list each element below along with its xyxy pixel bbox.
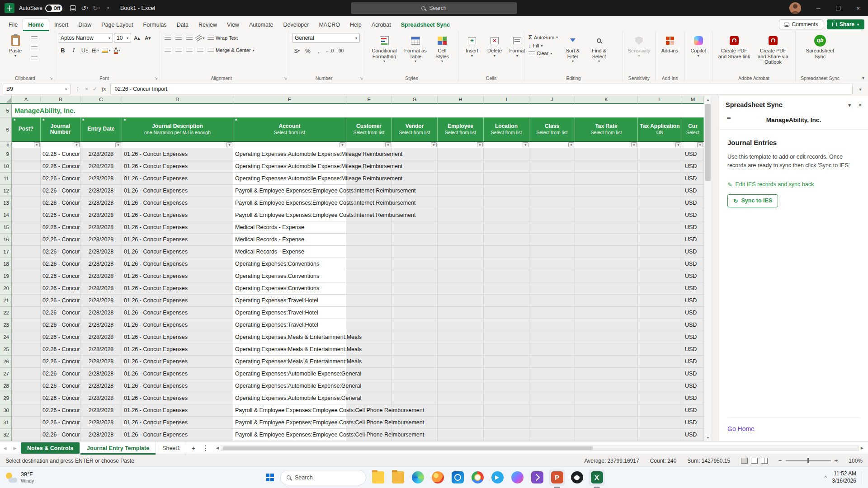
filter-dropdown-icon[interactable]: ▼ (477, 142, 483, 147)
cell-journal-number[interactable]: 02.26 - Concur Import (41, 307, 80, 319)
cell-empty[interactable] (638, 282, 682, 295)
cell-entry-date[interactable]: 2/28/2028 (80, 185, 122, 197)
cell-journal-description[interactable]: 01.26 - Concur Expenses (122, 295, 233, 307)
header-tax-application[interactable]: Tax ApplicationON (638, 117, 682, 142)
taskbar-app-chrome[interactable] (469, 469, 486, 486)
cell-account[interactable]: Operating Expenses:Meals & Entertainment… (233, 331, 346, 343)
zoom-level[interactable]: 100% (849, 458, 863, 464)
cell-empty[interactable] (575, 417, 638, 429)
cell-empty[interactable] (438, 173, 484, 185)
cell-post[interactable] (12, 221, 41, 234)
cell-empty[interactable] (529, 356, 575, 368)
undo-button[interactable]: ↺▾ (79, 2, 90, 14)
cell-entry-date[interactable]: 2/28/2028 (80, 356, 122, 368)
header-customer[interactable]: CustomerSelect from list (346, 117, 392, 142)
cell-account[interactable]: Operating Expenses:Automobile Expense:Ge… (233, 392, 346, 404)
column-header-J[interactable]: J (529, 96, 575, 104)
cell-journal-description[interactable]: 01.26 - Concur Expenses (122, 319, 233, 331)
hidden-icons-chevron-icon[interactable]: ^ (824, 475, 826, 480)
cell-empty[interactable] (638, 429, 682, 441)
header-vendor[interactable]: VendorSelect from list (392, 117, 438, 142)
edit-ies-records-link[interactable]: ✎ Edit IES records and sync back (727, 181, 860, 188)
cell-empty[interactable] (438, 295, 484, 307)
cell-entry-date[interactable]: 2/28/2028 (80, 380, 122, 392)
cell-currency[interactable]: USD (682, 380, 704, 392)
ribbon-tab-spreadsheet-sync[interactable]: Spreadsheet Sync (396, 19, 455, 31)
cell-currency[interactable]: USD (682, 404, 704, 417)
cell-empty[interactable] (438, 209, 484, 221)
cell-account[interactable]: Operating Expenses:Automobile Expense:Ge… (233, 368, 346, 380)
scroll-up-icon[interactable]: ▲ (704, 96, 712, 103)
cell-account[interactable]: Medical Records - Expense (233, 246, 346, 258)
cell-empty[interactable] (484, 331, 529, 343)
row-header[interactable]: 17 (0, 246, 12, 258)
cell-empty[interactable] (484, 368, 529, 380)
sheet-tab-journal-entry-template[interactable]: Journal Entry Template (80, 441, 156, 455)
row-header[interactable]: 5 (0, 104, 12, 117)
cell-journal-description[interactable]: 01.26 - Concur Expenses (122, 392, 233, 404)
accounting-format-button[interactable]: $▾ (292, 46, 302, 56)
decrease-indent-button[interactable] (195, 45, 205, 55)
cell-empty[interactable] (575, 160, 638, 173)
create-pdf-share-link-button[interactable]: Create PDF and Share link (715, 33, 753, 60)
cell-empty[interactable] (346, 221, 392, 234)
cell-account[interactable]: Operating Expenses:Travel:Hotel (233, 295, 346, 307)
insert-function-icon[interactable]: fx (102, 85, 106, 93)
cell-empty[interactable] (638, 234, 682, 246)
cell-empty[interactable] (638, 343, 682, 356)
cell-journal-description[interactable]: 01.26 - Concur Expenses (122, 221, 233, 234)
close-pane-icon[interactable]: × (858, 102, 862, 108)
cell-journal-number[interactable]: 02.26 - Concur Import (41, 173, 80, 185)
name-box[interactable]: B9 ▾ (3, 84, 71, 94)
column-header-F[interactable]: F (346, 96, 392, 104)
header-class[interactable]: ClassSelect from list (529, 117, 575, 142)
cell-journal-number[interactable]: 02.26 - Concur Import (41, 417, 80, 429)
cell-currency[interactable]: USD (682, 221, 704, 234)
row-header[interactable]: 20 (0, 282, 12, 295)
share-button[interactable]: Share ▾ (827, 19, 864, 29)
filter-dropdown-icon[interactable]: ▼ (226, 142, 232, 147)
row-header[interactable]: 24 (0, 331, 12, 343)
cell-empty[interactable] (638, 258, 682, 270)
redo-button[interactable]: ↻▾ (90, 2, 102, 14)
underline-button[interactable]: U▾ (80, 45, 90, 55)
cell-empty[interactable] (438, 343, 484, 356)
ribbon-tab-insert[interactable]: Insert (49, 19, 73, 31)
cell-entry-date[interactable]: 2/28/2028 (80, 246, 122, 258)
cell-journal-number[interactable]: 02.26 - Concur Import (41, 368, 80, 380)
cell-empty[interactable] (392, 331, 438, 343)
ribbon-tab-data[interactable]: Data (172, 19, 193, 31)
cell-empty[interactable] (529, 246, 575, 258)
ribbon-tab-view[interactable]: View (222, 19, 244, 31)
cell-empty[interactable] (529, 417, 575, 429)
cell-empty[interactable] (392, 282, 438, 295)
cell-empty[interactable] (484, 295, 529, 307)
cell-empty[interactable] (529, 343, 575, 356)
copilot-button[interactable]: Copilot ▾ (687, 33, 709, 59)
cell-empty[interactable] (575, 258, 638, 270)
filter-dropdown-icon[interactable]: ▼ (631, 142, 637, 147)
cell-currency[interactable]: USD (682, 429, 704, 441)
cell-journal-number[interactable]: 02.26 - Concur Import (41, 197, 80, 209)
cell-post[interactable] (12, 404, 41, 417)
new-sheet-button[interactable]: + (187, 441, 200, 455)
column-header-E[interactable]: E (233, 96, 346, 104)
show-desktop-button[interactable] (862, 471, 863, 484)
cell-empty[interactable] (529, 319, 575, 331)
row-header[interactable]: 11 (0, 173, 12, 185)
dialog-launcher-icon[interactable]: ↘ (283, 76, 287, 80)
cell-empty[interactable] (438, 148, 484, 160)
cell-account[interactable]: Medical Records - Expense (233, 221, 346, 234)
excel-app-icon[interactable] (5, 3, 14, 13)
normal-view-icon[interactable] (741, 458, 748, 464)
zoom-slider-thumb[interactable] (807, 458, 809, 463)
taskbar-app-telegram[interactable] (489, 469, 505, 486)
enter-icon[interactable]: ✓ (93, 86, 97, 92)
cell-journal-number[interactable]: 02.26 - Concur Import (41, 209, 80, 221)
cell-empty[interactable] (529, 429, 575, 441)
cell-empty[interactable] (638, 197, 682, 209)
shrink-font-button[interactable]: A▾ (143, 33, 153, 43)
cell-post[interactable] (12, 429, 41, 441)
column-header-M[interactable]: M (682, 96, 704, 104)
row-header[interactable]: 29 (0, 392, 12, 404)
